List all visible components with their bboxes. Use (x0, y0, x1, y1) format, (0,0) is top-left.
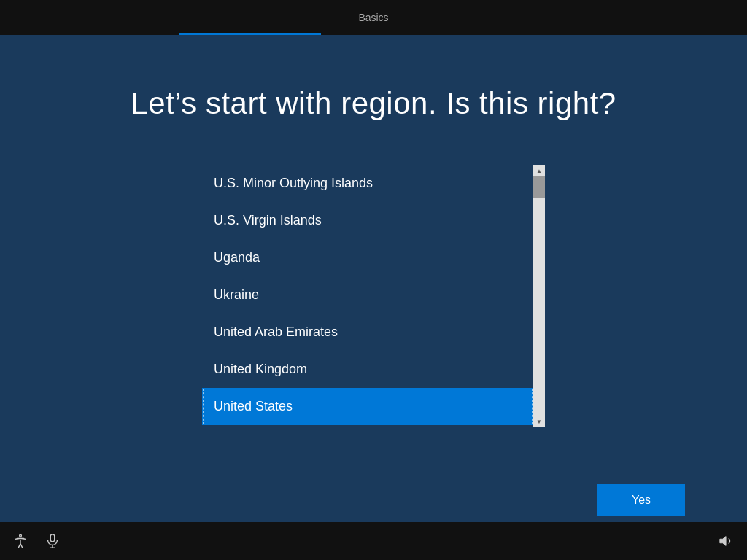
region-item-uk[interactable]: United Kingdom (202, 351, 533, 388)
page-heading: Let’s start with region. Is this right? (131, 86, 616, 121)
region-list-container: U.S. Minor Outlying IslandsU.S. Virgin I… (202, 165, 545, 427)
scrollbar-thumb[interactable] (533, 176, 545, 198)
bottom-right-icons (718, 532, 735, 550)
yes-button[interactable]: Yes (597, 484, 685, 516)
main-content: Let’s start with region. Is this right? … (0, 35, 747, 427)
region-item-ukraine[interactable]: Ukraine (202, 276, 533, 314)
top-bar-indicator (179, 33, 321, 35)
region-item-us-minor[interactable]: U.S. Minor Outlying Islands (202, 165, 533, 202)
region-item-us-virgin[interactable]: U.S. Virgin Islands (202, 202, 533, 239)
microphone-icon[interactable] (44, 532, 61, 550)
bottom-taskbar (0, 522, 747, 560)
region-item-uae[interactable]: United Arab Emirates (202, 314, 533, 351)
top-bar: Basics (0, 0, 747, 35)
accessibility-icon[interactable] (12, 532, 29, 550)
scrollbar-up-arrow[interactable]: ▲ (533, 165, 545, 176)
svg-rect-1 (50, 534, 55, 542)
bottom-left-icons (12, 532, 61, 550)
region-list-items: U.S. Minor Outlying IslandsU.S. Virgin I… (202, 165, 533, 427)
region-scroll-area: U.S. Minor Outlying IslandsU.S. Virgin I… (202, 165, 545, 427)
volume-icon[interactable] (718, 532, 735, 550)
region-item-uganda[interactable]: Uganda (202, 239, 533, 276)
scrollbar-down-arrow[interactable]: ▼ (533, 416, 545, 427)
svg-marker-4 (720, 537, 726, 546)
svg-point-0 (20, 534, 22, 537)
scrollbar-track[interactable]: ▲ ▼ (533, 165, 545, 427)
top-bar-title: Basics (358, 12, 388, 23)
region-item-us[interactable]: United States (202, 388, 533, 425)
